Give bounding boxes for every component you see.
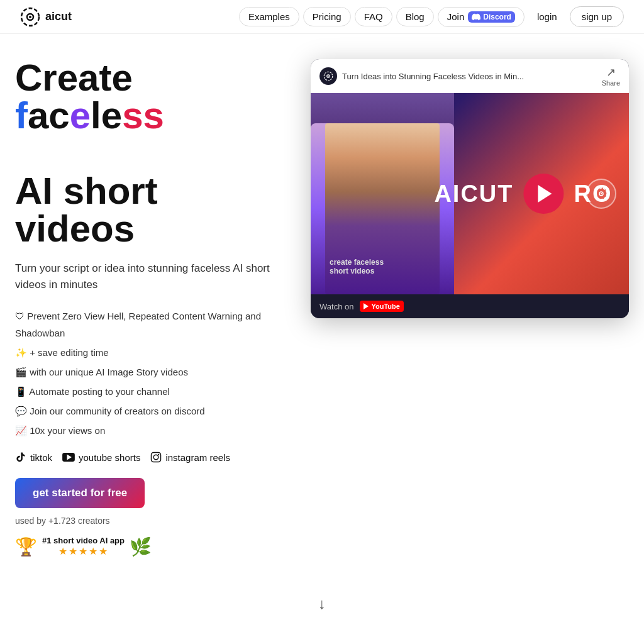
platform-youtube-label: youtube shorts (79, 452, 140, 463)
hero-title-ai: AI short (15, 170, 158, 212)
share-label: Share (602, 79, 620, 87)
bullet-6-text: 📈 10x your views on (15, 422, 105, 439)
svg-point-6 (154, 455, 159, 460)
discord-badge-label: Discord (483, 13, 511, 21)
svg-point-2 (29, 16, 31, 18)
hero-title-videos: videos (15, 208, 135, 250)
brand-name-left: AICUT (434, 180, 513, 208)
nav-blog[interactable]: Blog (396, 7, 434, 26)
discord-icon (472, 13, 480, 21)
scroll-arrow: ↓ (318, 595, 326, 613)
cta-button[interactable]: get started for free (15, 478, 145, 508)
youtube-button[interactable]: YouTube (360, 301, 403, 312)
aicut-watermark (586, 179, 616, 209)
bullet-5: 💬 Join our community of creators on disc… (15, 402, 286, 419)
platforms-row: tiktok youtube shorts instagram reels (15, 452, 286, 463)
video-bottom-bar: Watch on YouTube (311, 294, 629, 318)
video-top-bar: Turn Ideas into Stunning Faceless Videos… (311, 59, 629, 93)
bullet-6: 📈 10x your views on (15, 422, 286, 439)
instagram-icon (150, 452, 162, 463)
navigation: aicut Examples Pricing FAQ Blog Join Dis… (0, 0, 644, 34)
video-top-left: Turn Ideas into Stunning Faceless Videos… (319, 67, 524, 85)
platform-youtube: youtube shorts (62, 452, 140, 463)
logo-text: aicut (45, 10, 72, 23)
youtube-icon (62, 453, 75, 462)
bullet-4: 📱 Automate posting to your channel (15, 383, 286, 400)
watermark-icon (594, 186, 609, 201)
award-title: #1 short video AI app (42, 536, 125, 545)
hero-title-create: Create (15, 57, 133, 99)
scroll-indicator: ↓ (0, 582, 644, 631)
svg-point-7 (158, 454, 159, 455)
bullet-2: ✨ + save editing time (15, 344, 286, 361)
play-triangle (538, 185, 552, 203)
share-icon: ↗ (606, 65, 616, 79)
logo-icon (20, 7, 40, 27)
platform-instagram-label: instagram reels (165, 452, 230, 463)
hero-title: Create faceless AI short videos (15, 59, 286, 248)
video-small-tag: create facelessshort videos (330, 258, 384, 275)
bullet-3: 🎬 with our unique AI Image Story videos (15, 364, 286, 380)
platform-tiktok-label: tiktok (30, 452, 52, 463)
yt-play-icon (364, 303, 369, 309)
bullet-5-text: 💬 Join our community of creators on disc… (15, 402, 205, 419)
tiktok-icon (15, 452, 26, 463)
discord-join-label: Join (447, 11, 465, 22)
bullet-2-text: ✨ + save editing time (15, 344, 109, 361)
award-text: #1 short video AI app ★★★★★ (42, 536, 125, 557)
laurel-right: 🌿 (130, 536, 152, 557)
video-thumbnail[interactable]: AICUT RO create facelessshort videos (311, 93, 629, 294)
watch-on-text: Watch on (319, 302, 353, 311)
svg-point-13 (601, 193, 602, 194)
login-button[interactable]: login (528, 8, 566, 26)
award-badge: 🏆 #1 short video AI app ★★★★★ 🌿 (15, 536, 286, 557)
aicut-mini-icon (323, 70, 334, 82)
youtube-label: YouTube (371, 303, 399, 310)
used-by-text: used by +1.723 creators (15, 516, 286, 526)
svg-rect-5 (152, 453, 161, 462)
award-stars: ★★★★★ (42, 545, 125, 557)
video-channel-icon (319, 67, 337, 85)
laurel-left: 🏆 (15, 536, 37, 557)
nav-discord[interactable]: Join Discord (438, 7, 525, 27)
nav-examples[interactable]: Examples (239, 7, 299, 26)
bullet-1-text: 🛡 Prevent Zero View Hell, Repeated Conte… (15, 308, 286, 341)
bullet-3-text: 🎬 with our unique AI Image Story videos (15, 364, 188, 380)
video-share-button[interactable]: ↗ Share (602, 65, 620, 87)
play-button[interactable] (523, 174, 564, 214)
hero-title-faceless: faceless (15, 97, 286, 135)
hero-subtitle: Turn your script or idea into stunning f… (15, 260, 286, 292)
nav-faq[interactable]: FAQ (355, 7, 392, 26)
hero-right: Turn Ideas into Stunning Faceless Videos… (311, 59, 629, 318)
nav-pricing[interactable]: Pricing (303, 7, 351, 26)
bullet-4-text: 📱 Automate posting to your channel (15, 383, 170, 400)
platform-tiktok: tiktok (15, 452, 52, 463)
nav-links: Examples Pricing FAQ Blog Join Discord l… (239, 6, 624, 27)
video-title: Turn Ideas into Stunning Faceless Videos… (342, 72, 524, 81)
hero-bullets: 🛡 Prevent Zero View Hell, Repeated Conte… (15, 308, 286, 439)
platform-instagram: instagram reels (150, 452, 230, 463)
bullet-1: 🛡 Prevent Zero View Hell, Repeated Conte… (15, 308, 286, 341)
hero-left: Create faceless AI short videos Turn you… (15, 59, 286, 557)
video-container: Turn Ideas into Stunning Faceless Videos… (311, 59, 629, 318)
hero-section: Create faceless AI short videos Turn you… (0, 34, 644, 582)
discord-badge: Discord (468, 11, 515, 23)
logo[interactable]: aicut (20, 7, 72, 27)
svg-point-10 (328, 75, 329, 77)
signup-button[interactable]: sign up (570, 6, 624, 27)
